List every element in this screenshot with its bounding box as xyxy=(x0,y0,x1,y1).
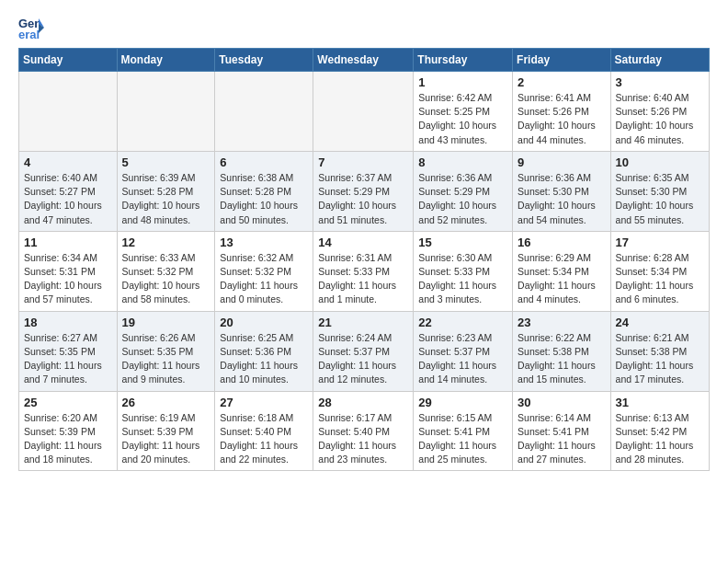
day-number: 16 xyxy=(518,236,606,249)
calendar-cell xyxy=(313,72,414,152)
day-number: 19 xyxy=(122,316,210,329)
day-info: Sunrise: 6:14 AM Sunset: 5:41 PM Dayligh… xyxy=(518,411,606,467)
day-number: 8 xyxy=(418,155,507,169)
week-row-4: 18Sunrise: 6:27 AM Sunset: 5:35 PM Dayli… xyxy=(19,311,710,391)
calendar-cell: 2Sunrise: 6:41 AM Sunset: 5:26 PM Daylig… xyxy=(513,72,611,152)
calendar-cell: 24Sunrise: 6:21 AM Sunset: 5:38 PM Dayli… xyxy=(610,311,709,391)
logo-icon: Gen eral xyxy=(18,15,44,40)
calendar-cell: 30Sunrise: 6:14 AM Sunset: 5:41 PM Dayli… xyxy=(513,391,611,471)
day-number: 18 xyxy=(24,316,112,329)
day-info: Sunrise: 6:25 AM Sunset: 5:36 PM Dayligh… xyxy=(220,331,308,387)
day-number: 1 xyxy=(418,75,507,89)
day-info: Sunrise: 6:15 AM Sunset: 5:41 PM Dayligh… xyxy=(418,411,507,467)
calendar-cell: 13Sunrise: 6:32 AM Sunset: 5:32 PM Dayli… xyxy=(215,231,313,311)
day-info: Sunrise: 6:30 AM Sunset: 5:33 PM Dayligh… xyxy=(418,251,507,307)
calendar-cell: 10Sunrise: 6:35 AM Sunset: 5:30 PM Dayli… xyxy=(610,151,709,231)
day-info: Sunrise: 6:13 AM Sunset: 5:42 PM Dayligh… xyxy=(616,411,704,467)
week-row-2: 4Sunrise: 6:40 AM Sunset: 5:27 PM Daylig… xyxy=(19,151,710,231)
day-number: 27 xyxy=(220,396,308,409)
day-info: Sunrise: 6:39 AM Sunset: 5:28 PM Dayligh… xyxy=(122,171,210,227)
day-number: 2 xyxy=(518,75,606,89)
day-info: Sunrise: 6:31 AM Sunset: 5:33 PM Dayligh… xyxy=(318,251,408,307)
calendar-cell: 1Sunrise: 6:42 AM Sunset: 5:25 PM Daylig… xyxy=(414,72,513,152)
calendar-cell: 22Sunrise: 6:23 AM Sunset: 5:37 PM Dayli… xyxy=(414,311,513,391)
calendar-cell: 19Sunrise: 6:26 AM Sunset: 5:35 PM Dayli… xyxy=(117,311,215,391)
calendar-cell: 3Sunrise: 6:40 AM Sunset: 5:26 PM Daylig… xyxy=(610,72,709,152)
day-number: 9 xyxy=(518,155,606,169)
calendar-cell: 29Sunrise: 6:15 AM Sunset: 5:41 PM Dayli… xyxy=(414,391,513,471)
day-info: Sunrise: 6:40 AM Sunset: 5:27 PM Dayligh… xyxy=(24,171,112,227)
day-number: 7 xyxy=(318,155,408,169)
day-number: 31 xyxy=(616,396,704,409)
week-row-3: 11Sunrise: 6:34 AM Sunset: 5:31 PM Dayli… xyxy=(19,231,710,311)
calendar-cell: 18Sunrise: 6:27 AM Sunset: 5:35 PM Dayli… xyxy=(19,311,118,391)
day-number: 30 xyxy=(518,396,606,409)
calendar-header-row: SundayMondayTuesdayWednesdayThursdayFrid… xyxy=(19,49,710,72)
calendar-cell: 4Sunrise: 6:40 AM Sunset: 5:27 PM Daylig… xyxy=(19,151,118,231)
day-info: Sunrise: 6:18 AM Sunset: 5:40 PM Dayligh… xyxy=(220,411,308,467)
day-info: Sunrise: 6:21 AM Sunset: 5:38 PM Dayligh… xyxy=(616,331,704,387)
day-info: Sunrise: 6:20 AM Sunset: 5:39 PM Dayligh… xyxy=(24,411,112,467)
calendar-cell: 6Sunrise: 6:38 AM Sunset: 5:28 PM Daylig… xyxy=(215,151,313,231)
day-info: Sunrise: 6:36 AM Sunset: 5:29 PM Dayligh… xyxy=(418,171,507,227)
page: Gen eral SundayMondayTuesdayWednesdayThu… xyxy=(0,0,728,563)
calendar-cell: 20Sunrise: 6:25 AM Sunset: 5:36 PM Dayli… xyxy=(215,311,313,391)
day-info: Sunrise: 6:33 AM Sunset: 5:32 PM Dayligh… xyxy=(122,251,210,307)
svg-text:eral: eral xyxy=(18,28,40,40)
calendar-cell: 11Sunrise: 6:34 AM Sunset: 5:31 PM Dayli… xyxy=(19,231,118,311)
day-number: 20 xyxy=(220,316,308,329)
day-info: Sunrise: 6:27 AM Sunset: 5:35 PM Dayligh… xyxy=(24,331,112,387)
calendar-cell: 17Sunrise: 6:28 AM Sunset: 5:34 PM Dayli… xyxy=(610,231,709,311)
calendar-cell xyxy=(215,72,313,152)
day-number: 10 xyxy=(616,155,704,169)
day-info: Sunrise: 6:41 AM Sunset: 5:26 PM Dayligh… xyxy=(518,91,606,147)
calendar-cell: 28Sunrise: 6:17 AM Sunset: 5:40 PM Dayli… xyxy=(313,391,414,471)
day-info: Sunrise: 6:37 AM Sunset: 5:29 PM Dayligh… xyxy=(318,171,408,227)
day-number: 24 xyxy=(616,316,704,329)
calendar-cell xyxy=(117,72,215,152)
day-number: 15 xyxy=(418,236,507,249)
day-number: 5 xyxy=(122,155,210,169)
calendar-body: 1Sunrise: 6:42 AM Sunset: 5:25 PM Daylig… xyxy=(19,72,710,471)
day-info: Sunrise: 6:17 AM Sunset: 5:40 PM Dayligh… xyxy=(318,411,408,467)
day-info: Sunrise: 6:42 AM Sunset: 5:25 PM Dayligh… xyxy=(418,91,507,147)
day-number: 12 xyxy=(122,236,210,249)
logo: Gen eral xyxy=(18,15,48,40)
day-info: Sunrise: 6:34 AM Sunset: 5:31 PM Dayligh… xyxy=(24,251,112,307)
header-cell-thursday: Thursday xyxy=(414,49,513,72)
calendar-cell: 25Sunrise: 6:20 AM Sunset: 5:39 PM Dayli… xyxy=(19,391,118,471)
day-info: Sunrise: 6:26 AM Sunset: 5:35 PM Dayligh… xyxy=(122,331,210,387)
header-cell-wednesday: Wednesday xyxy=(313,49,414,72)
calendar-cell: 26Sunrise: 6:19 AM Sunset: 5:39 PM Dayli… xyxy=(117,391,215,471)
calendar-cell: 14Sunrise: 6:31 AM Sunset: 5:33 PM Dayli… xyxy=(313,231,414,311)
day-info: Sunrise: 6:24 AM Sunset: 5:37 PM Dayligh… xyxy=(318,331,408,387)
day-number: 29 xyxy=(418,396,507,409)
day-number: 11 xyxy=(24,236,112,249)
calendar-cell: 7Sunrise: 6:37 AM Sunset: 5:29 PM Daylig… xyxy=(313,151,414,231)
day-number: 17 xyxy=(616,236,704,249)
calendar-cell xyxy=(19,72,118,152)
header-cell-monday: Monday xyxy=(117,49,215,72)
day-number: 14 xyxy=(318,236,408,249)
day-info: Sunrise: 6:32 AM Sunset: 5:32 PM Dayligh… xyxy=(220,251,308,307)
calendar-cell: 31Sunrise: 6:13 AM Sunset: 5:42 PM Dayli… xyxy=(610,391,709,471)
day-number: 22 xyxy=(418,316,507,329)
day-info: Sunrise: 6:36 AM Sunset: 5:30 PM Dayligh… xyxy=(518,171,606,227)
week-row-5: 25Sunrise: 6:20 AM Sunset: 5:39 PM Dayli… xyxy=(19,391,710,471)
day-info: Sunrise: 6:28 AM Sunset: 5:34 PM Dayligh… xyxy=(616,251,704,307)
day-number: 28 xyxy=(318,396,408,409)
calendar-cell: 23Sunrise: 6:22 AM Sunset: 5:38 PM Dayli… xyxy=(513,311,611,391)
day-info: Sunrise: 6:23 AM Sunset: 5:37 PM Dayligh… xyxy=(418,331,507,387)
day-number: 4 xyxy=(24,155,112,169)
calendar-cell: 21Sunrise: 6:24 AM Sunset: 5:37 PM Dayli… xyxy=(313,311,414,391)
day-number: 25 xyxy=(24,396,112,409)
day-info: Sunrise: 6:19 AM Sunset: 5:39 PM Dayligh… xyxy=(122,411,210,467)
day-info: Sunrise: 6:22 AM Sunset: 5:38 PM Dayligh… xyxy=(518,331,606,387)
header-cell-sunday: Sunday xyxy=(19,49,118,72)
day-number: 6 xyxy=(220,155,308,169)
calendar-table: SundayMondayTuesdayWednesdayThursdayFrid… xyxy=(18,48,710,471)
calendar-cell: 15Sunrise: 6:30 AM Sunset: 5:33 PM Dayli… xyxy=(414,231,513,311)
day-info: Sunrise: 6:40 AM Sunset: 5:26 PM Dayligh… xyxy=(616,91,704,147)
day-number: 26 xyxy=(122,396,210,409)
day-info: Sunrise: 6:38 AM Sunset: 5:28 PM Dayligh… xyxy=(220,171,308,227)
